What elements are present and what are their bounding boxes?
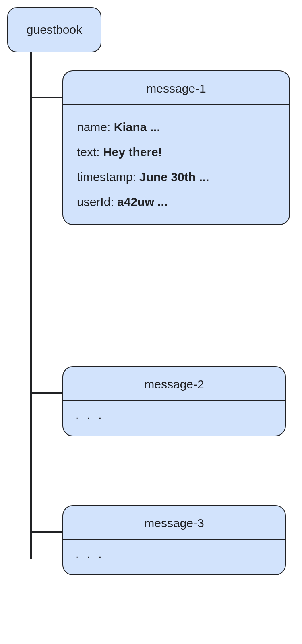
- field-key: timestamp:: [77, 170, 136, 184]
- field-key: text:: [77, 145, 100, 159]
- field-row: timestamp: June 30th ...: [77, 170, 275, 184]
- collection-label: guestbook: [27, 23, 82, 37]
- tree-connector-vertical: [30, 52, 32, 559]
- field-value: Hey there!: [103, 145, 162, 159]
- document-node-message-3: message-3 . . .: [62, 505, 286, 575]
- field-key: userId:: [77, 195, 114, 208]
- field-value: a42uw ...: [117, 195, 168, 208]
- collection-node-guestbook: guestbook: [7, 7, 101, 52]
- document-fields: name: Kiana ... text: Hey there! timesta…: [63, 105, 289, 224]
- field-row: userId: a42uw ...: [77, 195, 275, 209]
- field-value: Kiana ...: [114, 120, 160, 134]
- tree-connector-branch: [30, 392, 62, 394]
- document-node-message-1: message-1 name: Kiana ... text: Hey ther…: [62, 70, 290, 225]
- document-ellipsis: . . .: [63, 401, 285, 436]
- tree-connector-branch: [30, 97, 62, 98]
- document-title: message-1: [63, 71, 289, 105]
- field-key: name:: [77, 120, 110, 134]
- document-title: message-3: [63, 506, 285, 540]
- tree-connector-branch: [30, 531, 62, 533]
- document-node-message-2: message-2 . . .: [62, 366, 286, 436]
- document-ellipsis: . . .: [63, 540, 285, 574]
- document-title: message-2: [63, 367, 285, 401]
- field-row: name: Kiana ...: [77, 120, 275, 134]
- field-row: text: Hey there!: [77, 145, 275, 159]
- field-value: June 30th ...: [139, 170, 209, 184]
